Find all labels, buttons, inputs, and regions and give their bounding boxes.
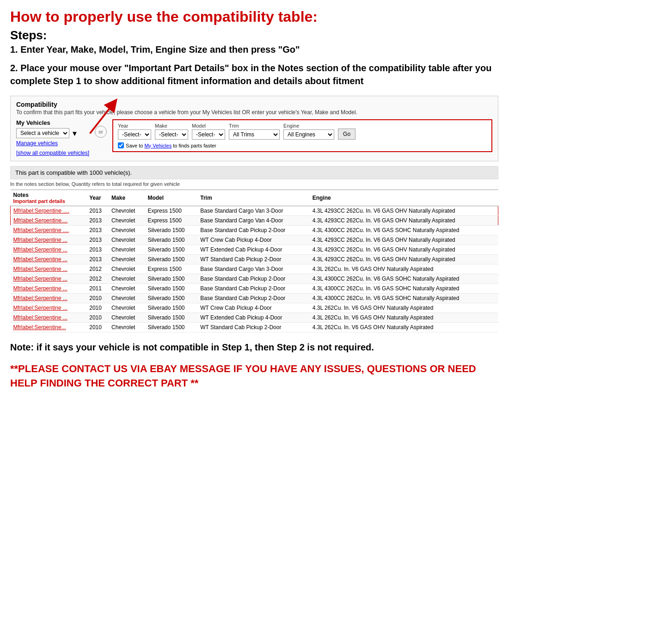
cell-make: Chevrolet [109, 245, 145, 255]
cell-make: Chevrolet [109, 303, 145, 313]
cell-make: Chevrolet [109, 323, 145, 332]
show-all-link[interactable]: [show all compatible vehicles] [16, 150, 89, 156]
page-main-title: How to properly use the compatibility ta… [10, 8, 498, 25]
save-checkbox[interactable] [118, 142, 124, 148]
cell-make: Chevrolet [109, 313, 145, 323]
col-year: Year [86, 190, 109, 206]
cell-make: Chevrolet [109, 284, 145, 294]
cell-notes[interactable]: Mfrlabel:Serpentine ... [11, 313, 87, 323]
year-field: Year -Select- [118, 123, 151, 140]
cell-engine: 4.3L 4300CC 262Cu. In. V6 GAS SOHC Natur… [310, 274, 498, 284]
cell-trim: Base Standard Cargo Van 4-Door [197, 216, 309, 226]
cell-notes[interactable]: Mfrlabel:Serpentine ... [11, 294, 87, 303]
note-text: Note: if it says your vehicle is not com… [10, 341, 498, 354]
cell-trim: WT Extended Cab Pickup 4-Door [197, 245, 309, 255]
dropdown-arrow-icon: ▼ [71, 129, 78, 137]
cell-trim: Base Standard Cab Pickup 2-Door [197, 284, 309, 294]
cell-year: 2010 [86, 294, 109, 303]
table-row: Mfrlabel:Serpentine ....2013ChevroletExp… [11, 206, 498, 216]
table-row: Mfrlabel:Serpentine ...2010ChevroletSilv… [11, 294, 498, 303]
cell-engine: 4.3L 4293CC 262Cu. In. V6 GAS OHV Natura… [310, 255, 498, 264]
table-row: Mfrlabel:Serpentine ...2010ChevroletSilv… [11, 313, 498, 323]
quantity-note: In the notes section below, Quantity ref… [10, 181, 498, 187]
my-vehicles-section: My Vehicles Select a vehicle ▼ Manage ve… [16, 119, 89, 156]
cell-trim: Base Standard Cargo Van 3-Door [197, 206, 309, 216]
cell-model: Express 1500 [145, 216, 197, 226]
col-trim: Trim [197, 190, 309, 206]
table-row: Mfrlabel:Serpentine ...2013ChevroletSilv… [11, 245, 498, 255]
engine-select[interactable]: All Engines [283, 129, 334, 140]
make-select[interactable]: -Select- [155, 129, 188, 140]
cell-model: Silverado 1500 [145, 323, 197, 332]
cell-year: 2010 [86, 303, 109, 313]
table-row: Mfrlabel:Serpentine ...2013ChevroletSilv… [11, 255, 498, 264]
cell-year: 2013 [86, 226, 109, 235]
cell-notes[interactable]: Mfrlabel:Serpentine ... [11, 235, 87, 245]
my-vehicles-label: My Vehicles [16, 119, 89, 126]
cell-notes[interactable]: Mfrlabel:Serpentine ... [11, 284, 87, 294]
compat-subtitle: To confirm that this part fits your vehi… [16, 109, 492, 116]
cell-year: 2012 [86, 274, 109, 284]
cell-model: Silverado 1500 [145, 255, 197, 264]
model-select[interactable]: -Select- [192, 129, 225, 140]
steps-heading: Steps: [10, 28, 498, 43]
make-label: Make [155, 123, 188, 129]
cell-year: 2012 [86, 264, 109, 274]
my-vehicles-link[interactable]: My Vehicles [144, 143, 172, 148]
table-row: Mfrlabel:Serpentine ....2013ChevroletSil… [11, 226, 498, 235]
step2-text: 2. Place your mouse over "Important Part… [10, 61, 498, 87]
cell-model: Silverado 1500 [145, 303, 197, 313]
model-label: Model [192, 123, 225, 129]
cell-make: Chevrolet [109, 206, 145, 216]
cell-engine: 4.3L 262Cu. In. V6 GAS OHV Naturally Asp… [310, 303, 498, 313]
manage-vehicles-link[interactable]: Manage vehicles [16, 140, 89, 147]
cell-notes[interactable]: Mfrlabel:Serpentine .... [11, 206, 87, 216]
go-button[interactable]: Go [338, 129, 355, 140]
cell-notes[interactable]: Mfrlabel:Serpentine... [11, 323, 87, 332]
cell-trim: Base Standard Cargo Van 3-Door [197, 264, 309, 274]
cell-notes[interactable]: Mfrlabel:Serpentine ... [11, 303, 87, 313]
col-engine: Engine [310, 190, 498, 206]
cell-notes[interactable]: Mfrlabel:Serpentine ... [11, 274, 87, 284]
cell-model: Express 1500 [145, 206, 197, 216]
table-row: Mfrlabel:Serpentine ...2012ChevroletExpr… [11, 264, 498, 274]
col-model: Model [145, 190, 197, 206]
table-row: Mfrlabel:Serpentine ...2012ChevroletSilv… [11, 274, 498, 284]
cell-make: Chevrolet [109, 274, 145, 284]
year-select[interactable]: -Select- [118, 129, 151, 140]
col-make: Make [109, 190, 145, 206]
compat-title: Compatibility [16, 101, 492, 108]
cell-engine: 4.3L 4300CC 262Cu. In. V6 GAS SOHC Natur… [310, 284, 498, 294]
cell-model: Silverado 1500 [145, 235, 197, 245]
compat-table: Notes Important part details Year Make M… [10, 190, 498, 332]
cell-year: 2013 [86, 206, 109, 216]
vehicle-select[interactable]: Select a vehicle [16, 128, 69, 138]
trim-select[interactable]: All Trims [229, 129, 280, 140]
compatibility-widget: Compatibility To confirm that this part … [10, 96, 498, 161]
cell-notes[interactable]: Mfrlabel:Serpentine .... [11, 226, 87, 235]
cell-model: Silverado 1500 [145, 294, 197, 303]
cell-year: 2013 [86, 235, 109, 245]
engine-field: Engine All Engines [283, 123, 334, 140]
cell-make: Chevrolet [109, 294, 145, 303]
cell-engine: 4.3L 4293CC 262Cu. In. V6 GAS OHV Natura… [310, 245, 498, 255]
engine-label: Engine [283, 123, 334, 129]
compat-count-bar: This part is compatible with 1000 vehicl… [10, 166, 498, 179]
cell-make: Chevrolet [109, 255, 145, 264]
cell-notes[interactable]: Mfrlabel:Serpentine ... [11, 245, 87, 255]
save-text: Save to My Vehicles to finds parts faste… [126, 143, 216, 148]
table-row: Mfrlabel:Serpentine ...2013ChevroletSilv… [11, 235, 498, 245]
cell-trim: WT Standard Cab Pickup 2-Door [197, 323, 309, 332]
cell-trim: Base Standard Cab Pickup 2-Door [197, 294, 309, 303]
cell-year: 2011 [86, 284, 109, 294]
cell-engine: 4.3L 4293CC 262Cu. In. V6 GAS OHV Natura… [310, 216, 498, 226]
cell-make: Chevrolet [109, 226, 145, 235]
cell-notes[interactable]: Mfrlabel:Serpentine ... [11, 255, 87, 264]
step1-text: 1. Enter Year, Make, Model, Trim, Engine… [10, 44, 498, 55]
cell-make: Chevrolet [109, 216, 145, 226]
cell-notes[interactable]: Mfrlabel:Serpentine ... [11, 264, 87, 274]
cell-trim: WT Crew Cab Pickup 4-Door [197, 303, 309, 313]
cell-notes[interactable]: Mfrlabel:Serpentine.... [11, 216, 87, 226]
table-header-row: Notes Important part details Year Make M… [11, 190, 498, 206]
cell-model: Silverado 1500 [145, 284, 197, 294]
